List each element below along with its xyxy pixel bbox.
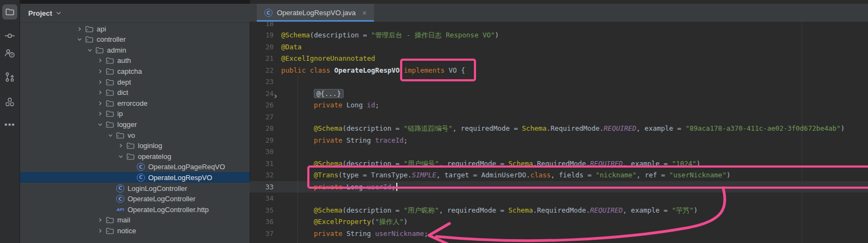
tree-item-operatelogpagereqvo[interactable]: COperateLogPageReqVO — [20, 162, 250, 172]
chevron-closed-icon[interactable] — [75, 27, 84, 31]
tree-item-operatelogcontroller[interactable]: COperateLogController — [20, 194, 250, 204]
line-number[interactable]: 21 — [250, 53, 274, 65]
line-number[interactable]: 26 — [250, 99, 274, 111]
code-line-35[interactable]: 35@Schema(description = "用户昵称", required… — [250, 204, 868, 216]
tree-item-mail[interactable]: mail — [20, 215, 250, 226]
code-line-32[interactable]: 32@Trans(type = TransType.SIMPLE, target… — [250, 169, 868, 181]
project-icon[interactable] — [2, 4, 17, 20]
community-icon[interactable]: ? — [2, 46, 17, 61]
tree-item-captcha[interactable]: captcha — [20, 66, 250, 76]
line-number[interactable]: 33 — [250, 181, 274, 193]
line-number[interactable]: 19 — [250, 29, 274, 41]
tree-item-label: dept — [117, 78, 131, 86]
tree-item-label: OperateLogPageReqVO — [148, 163, 225, 171]
tree-item-dept[interactable]: dept — [20, 76, 250, 87]
chevron-open-icon[interactable] — [75, 37, 84, 42]
indent-guide — [297, 76, 298, 243]
line-number[interactable]: 24 — [250, 88, 274, 100]
code-line-29[interactable]: 29private String traceId; — [250, 135, 868, 146]
tree-item-operatelogcontroller-http[interactable]: APIOperateLogController.http — [20, 204, 250, 215]
chevron-closed-icon[interactable] — [96, 58, 105, 63]
line-number[interactable]: 23 — [250, 76, 274, 88]
line-number[interactable]: 20 — [250, 41, 274, 53]
code-line-34[interactable]: 34 — [250, 193, 868, 204]
chevron-closed-icon[interactable] — [96, 80, 105, 85]
chevron-open-icon[interactable] — [116, 154, 125, 159]
tree-item-errorcode[interactable]: errorcode — [20, 98, 250, 108]
chevron-down-icon — [56, 11, 61, 15]
code-line-19[interactable]: 19@Schema(description = "管理后台 - 操作日志 Res… — [250, 29, 868, 41]
code-line-28[interactable]: 28@Schema(description = "链路追踪编号", requir… — [250, 123, 868, 135]
tree-item-logger[interactable]: logger — [20, 119, 250, 130]
project-panel: Project apicontrolleradminauthcaptchadep… — [20, 4, 250, 243]
project-panel-header[interactable]: Project — [20, 4, 250, 23]
commit-icon[interactable] — [2, 28, 17, 43]
code-text: @Schema(description = "用户昵称", requiredMo… — [314, 204, 698, 216]
chevron-closed-icon[interactable] — [96, 111, 105, 116]
chevron-open-icon[interactable] — [96, 122, 105, 127]
editor: C OperateLogRespVO.java × 1819@Schema(de… — [250, 0, 868, 243]
tree-item-auth[interactable]: auth — [20, 55, 250, 66]
close-icon[interactable]: × — [362, 9, 366, 17]
line-number[interactable]: 30 — [250, 146, 274, 158]
tree-item-operatelog[interactable]: operatelog — [20, 151, 250, 162]
line-number[interactable]: 34 — [250, 193, 274, 204]
code-line-36[interactable]: 36@ExcelProperty("操作人") — [250, 216, 868, 228]
structure-icon[interactable] — [2, 94, 17, 110]
tree-item-label: operatelog — [138, 152, 171, 161]
tree-item-operatelogrespvo[interactable]: COperateLogRespVO — [20, 172, 250, 183]
chevron-open-icon[interactable] — [106, 133, 115, 138]
line-number[interactable]: 35 — [250, 204, 274, 216]
code-line-18[interactable]: 18 — [250, 22, 868, 29]
code-line-33[interactable]: 33private Long userId; — [250, 181, 868, 193]
tree-item-loginlog[interactable]: loginlog — [20, 140, 250, 151]
class-icon: C — [136, 163, 146, 171]
chevron-closed-icon[interactable] — [96, 218, 105, 222]
tree-item-label: vo — [128, 131, 135, 139]
code-text: @Schema(description = "管理后台 - 操作日志 Respo… — [281, 29, 499, 41]
tree-item-dict[interactable]: dict — [20, 87, 250, 98]
chevron-closed-icon[interactable] — [96, 90, 105, 95]
folder-icon — [84, 36, 94, 43]
code-line-30[interactable]: 30 — [250, 146, 868, 158]
tab-operatelogrespvo[interactable]: C OperateLogRespVO.java × — [257, 4, 374, 22]
line-number[interactable]: 37 — [250, 228, 274, 240]
tree-item-vo[interactable]: vo — [20, 130, 250, 140]
code-line-22[interactable]: 22public class OperateLogRespVO implemen… — [250, 65, 868, 76]
chevron-closed-icon[interactable] — [96, 228, 105, 233]
code-text: @Schema(description = "用户编号", requiredMo… — [314, 158, 700, 170]
code-line-20[interactable]: 20@Data — [250, 41, 868, 53]
chevron-closed-icon[interactable] — [96, 101, 105, 106]
code-text: @ExcelIgnoreUnannotated — [281, 53, 375, 65]
more-icon[interactable]: ••• — [2, 117, 17, 132]
line-number[interactable]: 22 — [250, 65, 274, 76]
tree-item-label: loginlog — [138, 142, 162, 150]
line-number[interactable]: 36 — [250, 216, 274, 228]
tree-item-admin[interactable]: admin — [20, 44, 250, 55]
code-line-21[interactable]: 21@ExcelIgnoreUnannotated — [250, 53, 868, 65]
code-line-31[interactable]: 31@Schema(description = "用户编号", required… — [250, 158, 868, 170]
line-number[interactable]: 28 — [250, 123, 274, 135]
pull-request-icon[interactable] — [2, 69, 17, 85]
code-line-26[interactable]: 26private Long id; — [250, 99, 868, 111]
line-number[interactable]: 32 — [250, 169, 274, 181]
code-line-27[interactable]: 27 — [250, 111, 868, 123]
tree-item-controller[interactable]: controller — [20, 34, 250, 45]
tree-item-loginlogcontroller[interactable]: CLoginLogController — [20, 183, 250, 194]
class-icon: C — [137, 174, 145, 182]
tree-item-notice[interactable]: notice — [20, 225, 250, 236]
code-line-37[interactable]: 37private String userNickname; — [250, 228, 868, 240]
chevron-open-icon[interactable] — [85, 48, 94, 53]
line-number[interactable]: 31 — [250, 158, 274, 170]
tree-item-api[interactable]: api — [20, 23, 250, 34]
chevron-closed-icon[interactable] — [96, 69, 105, 74]
line-number[interactable]: 18 — [250, 22, 274, 29]
code-line-24[interactable]: 24@{...} — [250, 88, 868, 100]
line-number[interactable]: 29 — [250, 135, 274, 146]
tree-item-ip[interactable]: ip — [20, 108, 250, 119]
code-area[interactable]: 1819@Schema(description = "管理后台 - 操作日志 R… — [250, 22, 868, 243]
line-number[interactable]: 27 — [250, 111, 274, 123]
code-line-23[interactable]: 23 — [250, 76, 868, 88]
chevron-closed-icon[interactable] — [116, 143, 125, 148]
tab-label: OperateLogRespVO.java — [277, 9, 356, 17]
